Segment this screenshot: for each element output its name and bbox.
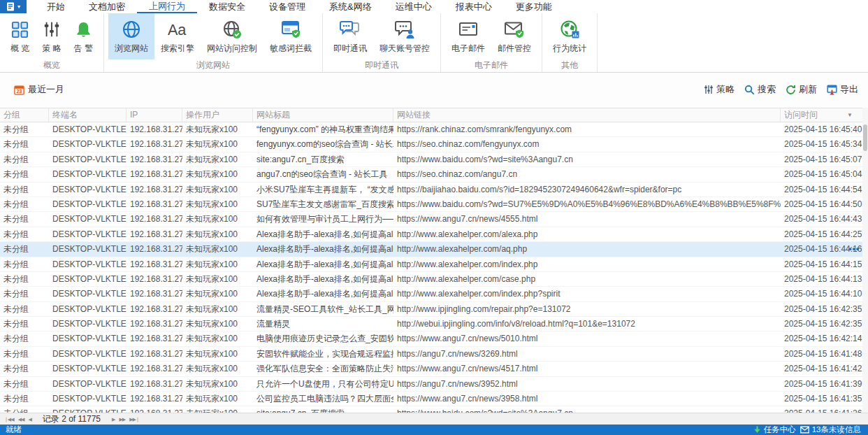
- pagination-prev-page-button[interactable]: ◀◀: [18, 417, 24, 422]
- table-row[interactable]: 未分组DESKTOP-VLKTLE1192.168.31.27未知玩家x100A…: [0, 227, 862, 242]
- ribbon-button-chat-account-control[interactable]: 聊天账号管控: [373, 13, 436, 59]
- tab-2[interactable]: 上网行为: [137, 0, 197, 13]
- table-row[interactable]: 未分组DESKTOP-VLKTLE1192.168.31.27未知玩家x100A…: [0, 242, 862, 257]
- table-row[interactable]: 未分组DESKTOP-VLKTLE1192.168.31.27未知玩家x100A…: [0, 272, 862, 287]
- pagination-prev-button[interactable]: ◀: [28, 417, 31, 422]
- toolbar-action-label: 刷新: [799, 83, 817, 96]
- ribbon-button-email[interactable]: 电子邮件: [445, 13, 491, 59]
- search-button[interactable]: 搜索: [744, 83, 776, 96]
- column-header-url[interactable]: 网站链接: [393, 108, 781, 122]
- filter-dropdown-icon[interactable]: ▼: [847, 108, 853, 122]
- tab-3[interactable]: 数据安全: [197, 0, 257, 13]
- mail-icon: [800, 426, 809, 434]
- table-row[interactable]: 未分组DESKTOP-VLKTLE1192.168.31.27未知玩家x100公…: [0, 392, 862, 406]
- ribbon-button-label: 敏感词拦截: [270, 43, 312, 55]
- table-row[interactable]: 未分组DESKTOP-VLKTLE1192.168.31.27未知玩家x100流…: [0, 317, 862, 331]
- ribbon-button-policy[interactable]: 策 略: [36, 13, 67, 59]
- table-row[interactable]: 未分组DESKTOP-VLKTLE1192.168.31.27未知玩家x100f…: [0, 137, 862, 152]
- ribbon-button-behavior-stats[interactable]: 行为统计: [547, 13, 593, 59]
- ribbon-group-label: 电子邮件: [445, 59, 537, 72]
- export-button[interactable]: 导出: [827, 83, 858, 96]
- date-range-filter[interactable]: 23 最近一月: [14, 83, 64, 96]
- column-header-time[interactable]: 访问时间▼: [781, 108, 862, 122]
- vertical-scrollbar[interactable]: [862, 108, 868, 413]
- table-row[interactable]: 未分组DESKTOP-VLKTLE1192.168.31.27未知玩家x100a…: [0, 167, 862, 182]
- table-row[interactable]: 未分组DESKTOP-VLKTLE1192.168.31.27未知玩家x100S…: [0, 197, 862, 212]
- ribbon-button-label: 行为统计: [553, 43, 586, 55]
- cell-time: 2025-04-15 16:44:43: [781, 212, 862, 226]
- cell-title: site:angu7.cn_百度搜索: [253, 406, 393, 413]
- row-actions-menu[interactable]: •••: [848, 242, 860, 257]
- tab-5[interactable]: 系统&网络: [317, 0, 384, 13]
- ribbon-button-email-control[interactable]: 邮件管控: [491, 13, 537, 59]
- mail-shield-icon: [504, 18, 525, 41]
- cell-time: 2025-04-15 16:44:13: [781, 272, 862, 286]
- globe-chart-icon: [560, 18, 580, 41]
- table-row[interactable]: 未分组DESKTOP-VLKTLE1192.168.31.27未知玩家x100A…: [0, 257, 862, 272]
- pagination-last-button[interactable]: ▶▶❘: [129, 417, 139, 422]
- cell-user: 未知玩家x100: [182, 122, 253, 136]
- unread-messages-button[interactable]: 13条未读信息: [800, 425, 861, 435]
- mail-icon: [458, 18, 479, 41]
- tab-4[interactable]: 设备管理: [257, 0, 317, 13]
- ribbon-button-label: 浏览网站: [115, 43, 148, 55]
- cell-time: 2025-04-15 16:44:15: [781, 257, 862, 271]
- ribbon-group-label: 即时通讯: [327, 59, 436, 72]
- table-row[interactable]: 未分组DESKTOP-VLKTLE1192.168.31.27未知玩家x100s…: [0, 406, 862, 413]
- pagination-next-button[interactable]: ▶: [112, 417, 115, 422]
- ribbon-button-alerts[interactable]: 告 警: [68, 13, 99, 59]
- cell-url: https://rank.chinaz.com/smrank/fengyunyx…: [393, 122, 781, 136]
- pagination-first-button[interactable]: ❘◀◀: [4, 417, 14, 422]
- cell-title: site:angu7.cn_百度搜索: [253, 152, 393, 166]
- column-header-ip[interactable]: IP: [126, 108, 182, 122]
- cell-group: 未分组: [0, 242, 49, 256]
- cell-ip: 192.168.31.27: [126, 287, 182, 301]
- cell-user: 未知玩家x100: [182, 167, 253, 181]
- table-row[interactable]: 未分组DESKTOP-VLKTLE1192.168.31.27未知玩家x100流…: [0, 302, 862, 317]
- table-row[interactable]: 未分组DESKTOP-VLKTLE1192.168.31.27未知玩家x100小…: [0, 183, 862, 197]
- table-row[interactable]: 未分组DESKTOP-VLKTLE1192.168.31.27未知玩家x100只…: [0, 377, 862, 392]
- policy-button[interactable]: 策略: [704, 83, 735, 96]
- table-row[interactable]: 未分组DESKTOP-VLKTLE1192.168.31.27未知玩家x100安…: [0, 347, 862, 362]
- table-row[interactable]: 未分组DESKTOP-VLKTLE1192.168.31.27未知玩家x100电…: [0, 331, 862, 346]
- table-row[interactable]: 未分组DESKTOP-VLKTLE1192.168.31.27未知玩家x100如…: [0, 212, 862, 227]
- tab-6[interactable]: 运维中心: [384, 0, 444, 13]
- tab-1[interactable]: 文档加密: [77, 0, 137, 13]
- cell-user: 未知玩家x100: [182, 183, 253, 197]
- ribbon-button-search-engines[interactable]: Aa搜索引擎: [154, 13, 201, 59]
- cell-time: 2025-04-15 16:44:54: [781, 183, 862, 197]
- cell-title: angu7.cn的seo综合查询 - 站长工具: [253, 167, 393, 181]
- cell-title: Alexa排名助手-alexa排名,如何提高alexa排...: [253, 242, 393, 256]
- ribbon-button-sensitive-word-block[interactable]: 敏感词拦截: [263, 13, 318, 59]
- refresh-button[interactable]: 刷新: [786, 83, 817, 96]
- tab-8[interactable]: 更多功能: [504, 0, 564, 13]
- cell-time: 2025-04-15 16:42:35: [781, 302, 862, 316]
- ribbon-button-browse-websites[interactable]: 浏览网站: [108, 13, 154, 59]
- column-header-terminal[interactable]: 终端名: [49, 108, 126, 122]
- ribbon-button-overview[interactable]: 概 览: [4, 13, 36, 59]
- tab-0[interactable]: 开始: [35, 0, 77, 13]
- cell-terminal: DESKTOP-VLKTLE1: [49, 392, 126, 406]
- tab-7[interactable]: 报表中心: [444, 0, 504, 13]
- cell-terminal: DESKTOP-VLKTLE1: [49, 347, 126, 361]
- column-header-group[interactable]: 分组: [0, 108, 49, 122]
- table-row[interactable]: 未分组DESKTOP-VLKTLE1192.168.31.27未知玩家x100A…: [0, 287, 862, 301]
- cell-title: 流量精灵-SEO工具软件_站长工具_网站推广...: [253, 302, 393, 316]
- column-header-title[interactable]: 网站标题: [253, 108, 393, 122]
- table-row[interactable]: 未分组DESKTOP-VLKTLE1192.168.31.27未知玩家x100s…: [0, 152, 862, 167]
- cell-title: 安固软件赋能企业，实现合规远程监控员工...: [253, 347, 393, 361]
- ribbon-button-website-access-control[interactable]: 网站访问控制: [201, 13, 263, 59]
- task-center-button[interactable]: 任务中心: [753, 425, 796, 435]
- chat-user-icon: [394, 18, 415, 41]
- cell-user: 未知玩家x100: [182, 212, 253, 226]
- toolbar-action-label: 导出: [840, 83, 858, 96]
- scrollbar-thumb[interactable]: [863, 124, 867, 151]
- toolbar: 23 最近一月 策略搜索刷新导出: [0, 73, 868, 108]
- app-menu-button[interactable]: ▾: [0, 0, 27, 13]
- ribbon-button-instant-messaging[interactable]: 即时通讯: [327, 13, 373, 59]
- table-row[interactable]: 未分组DESKTOP-VLKTLE1192.168.31.27未知玩家x100强…: [0, 362, 862, 376]
- pagination-next-page-button[interactable]: ▶▶: [119, 417, 125, 422]
- column-header-user[interactable]: 操作用户: [182, 108, 253, 122]
- cell-title: 流量精灵: [253, 317, 393, 331]
- table-row[interactable]: 未分组DESKTOP-VLKTLE1192.168.31.27未知玩家x100“…: [0, 122, 862, 137]
